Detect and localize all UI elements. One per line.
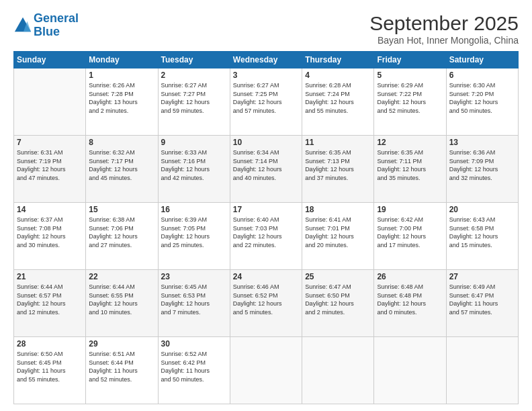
calendar-header-row: SundayMondayTuesdayWednesdayThursdayFrid… [14,52,519,68]
day-number: 10 [233,138,299,147]
logo-icon [13,16,32,35]
calendar-cell: 8Sunrise: 6:32 AMSunset: 7:17 PMDaylight… [86,136,158,203]
calendar-cell: 14Sunrise: 6:37 AMSunset: 7:08 PMDayligh… [14,203,86,270]
day-info: Sunrise: 6:44 AMSunset: 6:55 PMDaylight:… [89,283,154,316]
page: General Blue September 2025 Bayan Hot, I… [0,0,532,411]
calendar-cell: 25Sunrise: 6:47 AMSunset: 6:50 PMDayligh… [302,270,374,337]
calendar-cell: 3Sunrise: 6:27 AMSunset: 7:25 PMDaylight… [230,68,302,136]
day-number: 21 [17,272,83,281]
day-number: 15 [89,205,154,214]
calendar-cell: 21Sunrise: 6:44 AMSunset: 6:57 PMDayligh… [14,270,86,337]
day-header-sunday: Sunday [14,52,86,68]
day-info: Sunrise: 6:48 AMSunset: 6:48 PMDaylight:… [377,283,443,316]
day-number: 9 [161,138,227,147]
day-header-tuesday: Tuesday [158,52,230,68]
day-info: Sunrise: 6:31 AMSunset: 7:19 PMDaylight:… [17,148,83,182]
day-number: 6 [449,71,515,80]
calendar-cell: 19Sunrise: 6:42 AMSunset: 7:00 PMDayligh… [374,203,446,270]
calendar-cell: 20Sunrise: 6:43 AMSunset: 6:58 PMDayligh… [446,203,518,270]
day-info: Sunrise: 6:32 AMSunset: 7:17 PMDaylight:… [89,148,154,182]
calendar-cell: 11Sunrise: 6:35 AMSunset: 7:13 PMDayligh… [302,136,374,203]
day-number: 25 [305,272,371,281]
calendar-cell [302,337,374,404]
day-info: Sunrise: 6:27 AMSunset: 7:25 PMDaylight:… [233,81,299,115]
day-number: 16 [161,205,227,214]
day-number: 13 [449,138,515,147]
calendar-cell [14,68,86,136]
day-info: Sunrise: 6:35 AMSunset: 7:11 PMDaylight:… [377,148,443,182]
day-info: Sunrise: 6:35 AMSunset: 7:13 PMDaylight:… [305,148,371,182]
day-number: 17 [233,205,299,214]
day-header-thursday: Thursday [302,52,374,68]
calendar-cell: 16Sunrise: 6:39 AMSunset: 7:05 PMDayligh… [158,203,230,270]
day-number: 5 [377,71,443,80]
calendar-cell: 9Sunrise: 6:33 AMSunset: 7:16 PMDaylight… [158,136,230,203]
day-info: Sunrise: 6:50 AMSunset: 6:45 PMDaylight:… [17,350,83,383]
day-header-wednesday: Wednesday [230,52,302,68]
day-number: 27 [449,272,515,281]
calendar-cell: 23Sunrise: 6:45 AMSunset: 6:53 PMDayligh… [158,270,230,337]
calendar-cell: 5Sunrise: 6:29 AMSunset: 7:22 PMDaylight… [374,68,446,136]
calendar-cell: 7Sunrise: 6:31 AMSunset: 7:19 PMDaylight… [14,136,86,203]
calendar-week-row: 28Sunrise: 6:50 AMSunset: 6:45 PMDayligh… [14,337,519,404]
calendar-cell [230,337,302,404]
day-header-saturday: Saturday [446,52,518,68]
day-number: 4 [305,71,371,80]
day-info: Sunrise: 6:49 AMSunset: 6:47 PMDaylight:… [449,283,515,316]
day-number: 8 [89,138,154,147]
day-number: 30 [161,339,227,349]
calendar-cell: 18Sunrise: 6:41 AMSunset: 7:01 PMDayligh… [302,203,374,270]
day-number: 19 [377,205,443,214]
day-info: Sunrise: 6:27 AMSunset: 7:27 PMDaylight:… [161,81,227,115]
calendar-week-row: 7Sunrise: 6:31 AMSunset: 7:19 PMDaylight… [14,136,519,203]
calendar-week-row: 21Sunrise: 6:44 AMSunset: 6:57 PMDayligh… [14,270,519,337]
day-info: Sunrise: 6:44 AMSunset: 6:57 PMDaylight:… [17,283,83,316]
day-info: Sunrise: 6:36 AMSunset: 7:09 PMDaylight:… [449,148,515,182]
day-info: Sunrise: 6:33 AMSunset: 7:16 PMDaylight:… [161,148,227,182]
day-info: Sunrise: 6:42 AMSunset: 7:00 PMDaylight:… [377,216,443,249]
calendar-week-row: 14Sunrise: 6:37 AMSunset: 7:08 PMDayligh… [14,203,519,270]
calendar-cell: 24Sunrise: 6:46 AMSunset: 6:52 PMDayligh… [230,270,302,337]
calendar-cell: 6Sunrise: 6:30 AMSunset: 7:20 PMDaylight… [446,68,518,136]
day-number: 3 [233,71,299,80]
day-info: Sunrise: 6:26 AMSunset: 7:28 PMDaylight:… [89,81,154,115]
calendar-cell [374,337,446,404]
calendar-week-row: 1Sunrise: 6:26 AMSunset: 7:28 PMDaylight… [14,68,519,136]
day-info: Sunrise: 6:51 AMSunset: 6:44 PMDaylight:… [89,350,154,383]
day-info: Sunrise: 6:40 AMSunset: 7:03 PMDaylight:… [233,216,299,249]
day-number: 28 [17,339,83,349]
day-number: 14 [17,205,83,214]
day-info: Sunrise: 6:30 AMSunset: 7:20 PMDaylight:… [449,81,515,115]
calendar-cell: 12Sunrise: 6:35 AMSunset: 7:11 PMDayligh… [374,136,446,203]
day-number: 2 [161,71,227,80]
day-info: Sunrise: 6:38 AMSunset: 7:06 PMDaylight:… [89,216,154,249]
day-info: Sunrise: 6:29 AMSunset: 7:22 PMDaylight:… [377,81,443,115]
day-info: Sunrise: 6:47 AMSunset: 6:50 PMDaylight:… [305,283,371,316]
logo: General Blue [13,12,79,39]
calendar-cell: 27Sunrise: 6:49 AMSunset: 6:47 PMDayligh… [446,270,518,337]
calendar-cell: 29Sunrise: 6:51 AMSunset: 6:44 PMDayligh… [86,337,158,404]
calendar-cell: 4Sunrise: 6:28 AMSunset: 7:24 PMDaylight… [302,68,374,136]
calendar-cell [446,337,518,404]
day-number: 18 [305,205,371,214]
calendar-subtitle: Bayan Hot, Inner Mongolia, China [369,35,519,46]
logo-text: General Blue [34,12,79,39]
header: General Blue September 2025 Bayan Hot, I… [13,12,519,46]
calendar-cell: 17Sunrise: 6:40 AMSunset: 7:03 PMDayligh… [230,203,302,270]
calendar-cell: 10Sunrise: 6:34 AMSunset: 7:14 PMDayligh… [230,136,302,203]
day-number: 12 [377,138,443,147]
day-number: 11 [305,138,371,147]
day-number: 24 [233,272,299,281]
day-header-friday: Friday [374,52,446,68]
day-info: Sunrise: 6:43 AMSunset: 6:58 PMDaylight:… [449,216,515,249]
day-number: 7 [17,138,83,147]
day-number: 26 [377,272,443,281]
calendar-cell: 30Sunrise: 6:52 AMSunset: 6:42 PMDayligh… [158,337,230,404]
day-info: Sunrise: 6:45 AMSunset: 6:53 PMDaylight:… [161,283,227,316]
day-info: Sunrise: 6:52 AMSunset: 6:42 PMDaylight:… [161,350,227,383]
calendar-cell: 13Sunrise: 6:36 AMSunset: 7:09 PMDayligh… [446,136,518,203]
calendar-cell: 28Sunrise: 6:50 AMSunset: 6:45 PMDayligh… [14,337,86,404]
day-info: Sunrise: 6:39 AMSunset: 7:05 PMDaylight:… [161,216,227,249]
day-number: 29 [89,339,154,349]
calendar-title: September 2025 [369,12,519,35]
